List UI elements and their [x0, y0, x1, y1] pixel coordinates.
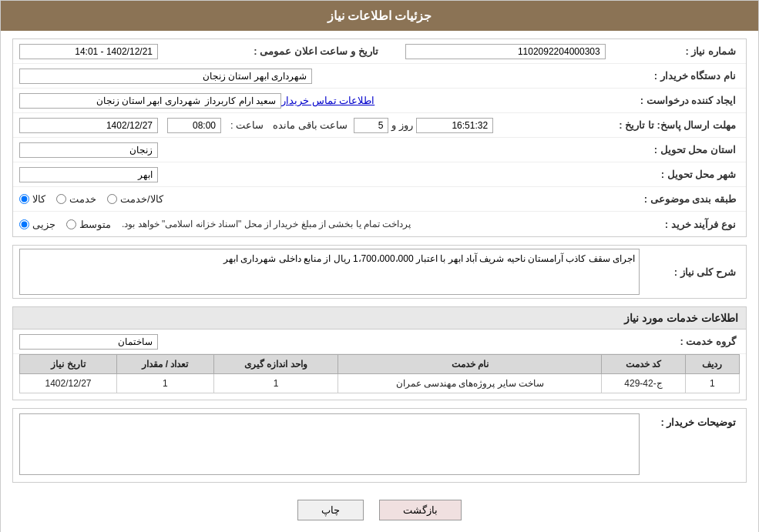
deadline-label: مهلت ارسال پاسخ: تا تاریخ :: [619, 119, 740, 131]
buyer-row: نام دستگاه خریدار :: [13, 64, 746, 89]
buyer-notes-textarea[interactable]: [19, 413, 640, 475]
need-number-label: شماره نیاز :: [640, 45, 740, 57]
province-row: استان محل تحویل :: [13, 138, 746, 162]
province-label: استان محل تحویل :: [640, 144, 740, 156]
need-desc-section: شرح کلی نیاز :: [12, 245, 747, 299]
category-kala-khadamat-item: کالا/خدمت: [107, 193, 163, 205]
category-radio-group: کالا/خدمت خدمت کالا: [19, 193, 163, 205]
city-value-cell: [19, 167, 640, 182]
category-khadamat-label: خدمت: [69, 193, 96, 205]
city-input[interactable]: [19, 167, 158, 182]
need-desc-value-cell: [19, 249, 640, 295]
announce-value-cell: [19, 44, 254, 59]
announce-input[interactable]: [19, 44, 158, 59]
page-title: جزئیات اطلاعات نیاز: [327, 9, 432, 22]
need-desc-label: شرح کلی نیاز :: [640, 266, 740, 278]
city-row: شهر محل تحویل :: [13, 162, 746, 187]
remaining-days-input[interactable]: [354, 118, 388, 133]
category-kala-khadamat-radio[interactable]: [107, 194, 117, 204]
announce-label: تاریخ و ساعت اعلان عمومی :: [254, 45, 381, 57]
creator-value-cell: اطلاعات تماس خریدار: [19, 93, 640, 109]
buyer-input[interactable]: [19, 69, 312, 84]
need-number-value-cell: [405, 44, 640, 59]
services-section-title: اطلاعات خدمات مورد نیاز: [12, 306, 747, 329]
process-desc: پرداخت تمام یا بخشی از مبلغ خریدار از مح…: [122, 219, 411, 229]
need-desc-textarea[interactable]: [19, 249, 640, 295]
col-unit: واحد اندازه گیری: [213, 355, 338, 374]
main-form: شماره نیاز : تاریخ و ساعت اعلان عمومی : …: [12, 38, 747, 237]
category-kala-radio[interactable]: [19, 194, 29, 204]
col-service-name: نام خدمت: [338, 355, 602, 374]
remaining-suffix: ساعت باقی مانده: [273, 119, 348, 131]
process-mutavasset-label: متوسط: [79, 219, 111, 230]
process-row: نوع فرآیند خرید : پرداخت تمام یا بخشی از…: [13, 212, 746, 236]
group-service-value-cell: [19, 334, 640, 350]
process-mutavasset-item: متوسط: [66, 219, 111, 230]
deadline-time-label: ساعت :: [230, 119, 264, 131]
category-label: طبقه بندی موضوعی :: [640, 193, 740, 205]
creator-label: ایجاد کننده درخواست :: [640, 95, 740, 106]
buyer-notes-label: توضیحات خریدار :: [640, 413, 740, 428]
need-number-row: شماره نیاز : تاریخ و ساعت اعلان عمومی :: [13, 39, 746, 64]
buyer-notes-value: [19, 413, 640, 477]
remaining-time-input[interactable]: [416, 118, 493, 133]
need-desc-row: شرح کلی نیاز :: [13, 246, 746, 298]
back-button[interactable]: بازگشت: [379, 500, 462, 520]
process-value-cell: پرداخت تمام یا بخشی از مبلغ خریدار از مح…: [19, 219, 640, 230]
category-khadamat-item: خدمت: [56, 193, 96, 205]
category-kala-item: کالا: [19, 193, 45, 205]
print-button[interactable]: چاپ: [297, 500, 364, 520]
col-service-code: کد خدمت: [602, 355, 686, 374]
creator-input[interactable]: [19, 93, 281, 109]
deadline-row: مهلت ارسال پاسخ: تا تاریخ : روز و ساعت ب…: [13, 113, 746, 138]
category-kala-label: کالا: [32, 193, 45, 205]
category-row: طبقه بندی موضوعی : کالا/خدمت خدمت کالا: [13, 187, 746, 212]
process-jazei-item: جزیی: [19, 219, 55, 230]
group-service-label: گروه خدمت :: [640, 336, 740, 347]
services-table-body: 1ج-42-429ساخت سایر پروژه‌های مهندسی عمرا…: [20, 374, 740, 393]
col-row-num: ردیف: [685, 355, 739, 374]
group-service-input[interactable]: [19, 334, 158, 350]
category-value-cell: کالا/خدمت خدمت کالا: [19, 193, 640, 205]
province-value-cell: [19, 142, 640, 158]
remaining-day-label: روز و: [391, 119, 413, 131]
province-input[interactable]: [19, 142, 158, 158]
process-radio-group: پرداخت تمام یا بخشی از مبلغ خریدار از مح…: [19, 219, 411, 230]
buyer-label: نام دستگاه خریدار :: [640, 70, 740, 82]
process-label: نوع فرآیند خرید :: [640, 219, 740, 230]
services-table: ردیف کد خدمت نام خدمت واحد اندازه گیری ت…: [19, 354, 740, 393]
process-mutavasset-radio[interactable]: [66, 219, 76, 229]
remaining-row: روز و ساعت باقی مانده ساعت :: [19, 118, 493, 133]
buyer-notes-row: توضیحات خریدار :: [13, 409, 746, 482]
group-service-row: گروه خدمت :: [13, 330, 746, 354]
deadline-time-input[interactable]: [167, 118, 221, 133]
deadline-date-input[interactable]: [19, 118, 158, 133]
city-label: شهر محل تحویل :: [640, 169, 740, 180]
services-section: گروه خدمت : ردیف کد خدمت نام خدمت واحد ا…: [12, 329, 747, 400]
page-header: جزئیات اطلاعات نیاز: [1, 1, 758, 31]
table-row: 1ج-42-429ساخت سایر پروژه‌های مهندسی عمرا…: [20, 374, 740, 393]
col-need-date: تاریخ نیاز: [20, 355, 117, 374]
category-kala-khadamat-label: کالا/خدمت: [120, 193, 163, 205]
need-number-input[interactable]: [405, 44, 606, 59]
buttons-row: بازگشت چاپ: [12, 490, 747, 530]
category-khadamat-radio[interactable]: [56, 194, 66, 204]
table-header-row: ردیف کد خدمت نام خدمت واحد اندازه گیری ت…: [20, 355, 740, 374]
creator-row: ایجاد کننده درخواست : اطلاعات تماس خریدا…: [13, 89, 746, 113]
deadline-value-cell: روز و ساعت باقی مانده ساعت :: [19, 118, 619, 133]
contact-link[interactable]: اطلاعات تماس خریدار: [281, 95, 374, 106]
process-jazei-label: جزیی: [32, 219, 55, 230]
buyer-value-cell: [19, 69, 640, 84]
buyer-notes-section: توضیحات خریدار :: [12, 408, 747, 483]
process-jazei-radio[interactable]: [19, 219, 29, 229]
col-quantity: تعداد / مقدار: [117, 355, 214, 374]
services-table-wrapper: ردیف کد خدمت نام خدمت واحد اندازه گیری ت…: [13, 354, 746, 400]
